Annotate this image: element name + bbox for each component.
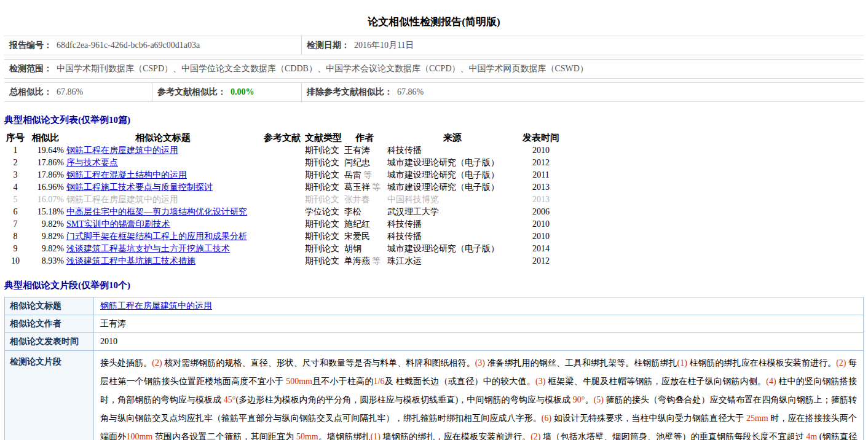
paper-index: 6 [5, 206, 26, 218]
paper-year: 2012 [519, 157, 563, 169]
col-header-year: 发表时间 [519, 132, 563, 144]
paper-index: 5 [5, 194, 26, 206]
report-date-value: 2016年10月11日 [354, 40, 414, 51]
et-al-marker: 等 [372, 256, 381, 265]
paper-year: 2006 [519, 206, 563, 218]
paper-index: 10 [5, 255, 26, 267]
paper-source: 科技传播 [386, 230, 519, 243]
paper-index: 8 [5, 230, 26, 243]
paper-source: 科技传播 [386, 144, 519, 157]
paper-reference-cell [261, 218, 304, 230]
report-number-cell: 报告编号： 68dfc2ea-961c-426d-bcb6-a69c00d1a0… [4, 36, 301, 55]
paper-ratio: 15.18% [26, 206, 65, 218]
fragment-text-label: 检测论文片段 [5, 351, 94, 440]
paper-type: 期刊论文 [304, 218, 343, 230]
paper-title-cell: 中高层住宅中的框架—剪力墙结构优化设计研究 [65, 206, 261, 218]
total-similarity-label: 总相似比： [9, 87, 52, 98]
fragment-title-link[interactable]: 钢筋工程在房屋建筑中的运用 [100, 301, 212, 310]
fragment-title-row: 相似论文标题 钢筋工程在房屋建筑中的运用 [5, 297, 864, 315]
paper-year: 2013 [519, 194, 563, 206]
paper-year: 2013 [519, 181, 563, 194]
similar-paper-row: 1 19.64% 钢筋工程在房屋建筑中的运用 期刊论文 王有涛 科技传播 201… [5, 144, 563, 157]
paper-source: 珠江水运 [386, 255, 519, 267]
paper-title-link[interactable]: 钢筋工程在混凝土结构中的运用 [66, 170, 187, 179]
paper-ratio: 19.64% [26, 144, 65, 157]
similar-fragment-heading: 典型相似论文片段(仅举例10个) [4, 280, 864, 291]
paper-reference-cell [261, 243, 304, 255]
paper-index: 9 [5, 243, 26, 255]
paper-title-cell: 钢筋工程施工技术要点与质量控制探讨 [65, 181, 261, 194]
paper-reference-cell [261, 230, 304, 243]
paper-title-link[interactable]: 浅谈建筑工程中基坑施工技术措施 [66, 256, 195, 265]
paper-author-cell: 闫纪忠 [343, 157, 386, 169]
paper-source: 武汉理工大学 [386, 206, 519, 218]
paper-type: 期刊论文 [304, 194, 343, 206]
reference-similarity-value: 0.00% [231, 87, 254, 97]
total-similarity-value: 67.86% [57, 87, 83, 97]
fragment-year-label: 相似论文发表时间 [5, 333, 94, 351]
paper-type: 期刊论文 [304, 157, 343, 169]
fragment-author-row: 相似论文作者 王有涛 [5, 315, 864, 333]
paper-type: 期刊论文 [304, 169, 343, 181]
paper-title-cell: 浅谈建筑工程基坑支护与土方开挖施工技术 [65, 243, 261, 255]
reference-similarity-cell: 参考文献相似比： 0.00% [152, 83, 301, 101]
paper-type: 学位论文 [304, 206, 343, 218]
similar-paper-row: 6 15.18% 中高层住宅中的框架—剪力墙结构优化设计研究 学位论文 李松 武… [5, 206, 563, 218]
paper-title-link[interactable]: SMT实训中的锡膏印刷技术 [66, 219, 170, 229]
report-number-value: 68dfc2ea-961c-426d-bcb6-a69c00d1a03a [57, 41, 200, 50]
paper-title-cell: 门式脚手架在框架结构工程上的应用和成果分析 [65, 230, 261, 243]
paper-title-link[interactable]: 序与技术要点 [66, 158, 118, 167]
report-date-label: 检测日期： [307, 40, 350, 51]
paper-author-cell: 宋爱民 [343, 230, 386, 243]
similar-paper-row: 2 17.86% 序与技术要点 期刊论文 闫纪忠 城市建设理论研究（电子版） 2… [5, 157, 563, 169]
paper-title-cell: 浅谈建筑工程中基坑施工技术措施 [65, 255, 261, 267]
paper-index: 2 [5, 157, 26, 169]
paper-source: 科技传播 [386, 218, 519, 230]
detection-scope-band: 检测范围： 中国学术期刊数据库（CSPD）、中国学位论文全文数据库（CDDB）、… [4, 59, 864, 79]
paper-reference-cell [261, 255, 304, 267]
paper-title-link[interactable]: 中高层住宅中的框架—剪力墙结构优化设计研究 [66, 207, 247, 216]
col-header-ratio: 相似比 [26, 132, 65, 144]
paper-title-cell: 钢筋工程在房屋建筑中的运用 [65, 144, 261, 157]
paper-author-cell: 岳雷等 [343, 169, 386, 181]
paper-title-link[interactable]: 钢筋工程在房屋建筑中的运用 [66, 146, 178, 155]
similar-paper-row: 8 9.82% 门式脚手架在框架结构工程上的应用和成果分析 期刊论文 宋爱民 科… [5, 230, 563, 243]
paper-title-link[interactable]: 浅谈建筑工程基坑支护与土方开挖施工技术 [66, 244, 230, 253]
similar-paper-row: 4 16.96% 钢筋工程施工技术要点与质量控制探讨 期刊论文 葛玉祥等 城市建… [5, 181, 563, 194]
fragment-text-value: 接头处插筋。(2) 核对需绑钢筋的规格、直径、形状、尺寸和数量等是否与料单、料牌… [94, 351, 864, 440]
paper-reference-cell [261, 169, 304, 181]
paper-author-cell: 单海燕等 [343, 255, 386, 267]
paper-author-cell: 李松 [343, 206, 386, 218]
paper-year: 2014 [519, 243, 563, 255]
paper-ratio: 9.82% [26, 218, 65, 230]
paper-author-cell: 王有涛 [343, 144, 386, 157]
similar-paper-row: 5 16.07% 钢筋工程在房屋建筑中的运用 期刊论文 张井春 中国科技博览 2… [5, 194, 563, 206]
paper-author-cell: 张井春 [343, 194, 386, 206]
fragment-author-value: 王有涛 [94, 315, 864, 333]
paper-ratio: 16.07% [26, 194, 65, 206]
et-al-marker: 等 [363, 170, 372, 179]
paper-source: 城市建设理论研究（电子版） [386, 157, 519, 169]
excl-reference-similarity-cell: 排除参考文献相似比： 67.86% [301, 83, 864, 101]
col-header-title: 相似论文标题 [65, 132, 261, 144]
paper-title-cell: 钢筋工程在房屋建筑中的运用 [65, 194, 261, 206]
similar-paper-row: 10 8.93% 浅谈建筑工程中基坑施工技术措施 期刊论文 单海燕等 珠江水运 … [5, 255, 563, 267]
paper-index: 1 [5, 144, 26, 157]
paper-ratio: 9.82% [26, 243, 65, 255]
col-header-source: 来源 [386, 132, 519, 144]
similar-paper-list-heading: 典型相似论文列表(仅举例10篇) [4, 114, 864, 126]
page-title: 论文相似性检测报告(简明版) [4, 15, 864, 29]
similar-paper-row: 7 9.82% SMT实训中的锡膏印刷技术 期刊论文 施纪红 科技传播 2010 [5, 218, 563, 230]
paper-reference-cell [261, 181, 304, 194]
paper-year: 2011 [519, 169, 563, 181]
paper-ratio: 8.93% [26, 255, 65, 267]
paper-reference-cell [261, 194, 304, 206]
fragment-title-label: 相似论文标题 [5, 297, 94, 315]
paper-index: 4 [5, 181, 26, 194]
detection-scope-label: 检测范围： [9, 63, 52, 74]
paper-author-cell: 施纪红 [343, 218, 386, 230]
paper-title-link[interactable]: 钢筋工程施工技术要点与质量控制探讨 [66, 183, 213, 192]
paper-title-link[interactable]: 门式脚手架在框架结构工程上的应用和成果分析 [66, 232, 247, 241]
paper-year: 2010 [519, 230, 563, 243]
paper-title-cell: 序与技术要点 [65, 157, 261, 169]
